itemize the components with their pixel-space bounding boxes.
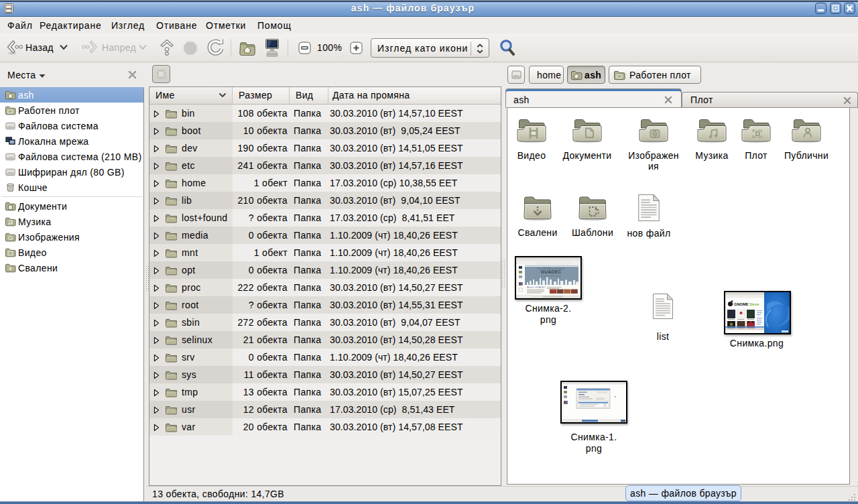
svg-text:July 24-30th 2010: July 24-30th 2010 xyxy=(541,275,561,277)
svg-text:About GUADEC: About GUADEC xyxy=(527,286,546,289)
svg-text:GNOME: GNOME xyxy=(734,302,749,306)
svg-text:Store: Store xyxy=(749,302,759,306)
svg-text:The GNOME conference: The GNOME conference xyxy=(538,267,564,270)
svg-text:GUADEC: GUADEC xyxy=(541,269,562,274)
